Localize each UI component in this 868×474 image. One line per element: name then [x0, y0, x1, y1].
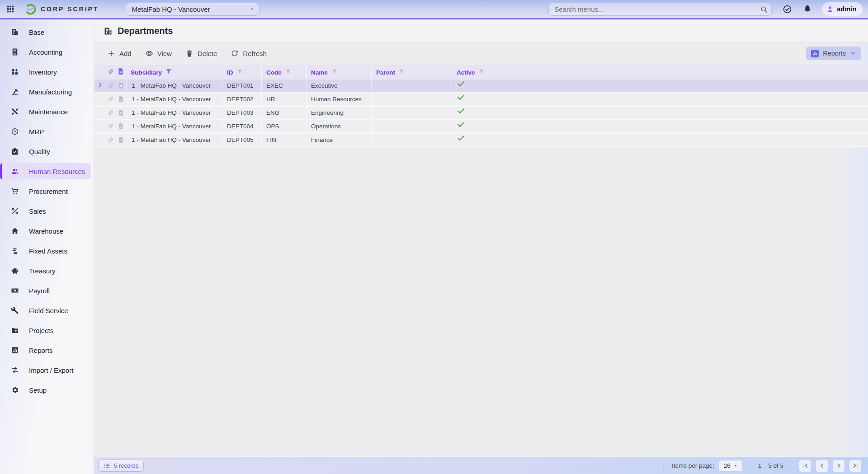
filter-icon[interactable] [165, 68, 172, 76]
bar-chart-icon [11, 346, 19, 354]
user-menu[interactable]: admin [822, 2, 863, 16]
paperclip-icon [107, 123, 113, 130]
cell-parent [371, 80, 452, 92]
sidebar-item-label: Warehouse [29, 227, 63, 235]
column-header-name[interactable]: Name [306, 65, 371, 80]
plus-icon [107, 49, 115, 57]
sidebar-item-fixed-assets[interactable]: Fixed Assets [0, 243, 91, 259]
sidebar-item-label: Accounting [29, 48, 62, 56]
row-attachment-cell[interactable] [105, 120, 115, 132]
sidebar-item-field-service[interactable]: Field Service [0, 302, 91, 319]
sidebar-item-maintenance[interactable]: Maintenance [0, 103, 91, 120]
cell-parent [371, 93, 452, 105]
cell-subsidiary: 1 - MetalFab HQ - Vancouver [126, 80, 222, 92]
paperclip-icon [107, 96, 113, 103]
cell-code: HR [261, 93, 306, 105]
paperclip-icon [107, 110, 113, 116]
pagination-first-button[interactable] [799, 460, 811, 472]
funnel-icon [237, 69, 243, 75]
toolbar-refresh-button[interactable]: Refresh [231, 49, 267, 57]
toolbar-add-button[interactable]: Add [107, 49, 132, 57]
row-document-cell[interactable] [115, 80, 126, 92]
tasks-icon[interactable] [783, 5, 792, 14]
sidebar-item-accounting[interactable]: Accounting [0, 44, 91, 60]
table-row[interactable]: 1 - MetalFab HQ - Vancouver DEPT001 EXEC… [94, 80, 868, 93]
column-header-subsidiary[interactable]: Subsidiary [126, 65, 222, 80]
pagination-last-button[interactable] [849, 460, 862, 472]
row-select-cell [94, 134, 105, 146]
table-row[interactable]: 1 - MetalFab HQ - Vancouver DEPT005 FIN … [94, 134, 868, 147]
sidebar-item-warehouse[interactable]: Warehouse [0, 223, 91, 239]
sidebar-item-setup[interactable]: Setup [0, 382, 91, 398]
sidebar-item-procurement[interactable]: Procurement [0, 183, 91, 199]
header-attachment-cell [105, 65, 115, 80]
cell-active [452, 107, 868, 119]
filter-icon[interactable] [479, 68, 485, 76]
row-select-cell [94, 80, 105, 92]
cell-code: ENG [261, 107, 306, 119]
column-header-active[interactable]: Active [452, 65, 868, 80]
row-document-cell[interactable] [115, 107, 126, 119]
search-input[interactable] [548, 3, 772, 16]
row-attachment-cell[interactable] [105, 134, 115, 146]
sidebar-item-label: Treasury [29, 267, 56, 275]
table-row[interactable]: 1 - MetalFab HQ - Vancouver DEPT004 OPS … [94, 120, 868, 134]
pagination-next-button[interactable] [832, 460, 845, 472]
chevron-right-icon [97, 81, 104, 88]
user-name: admin [837, 5, 856, 13]
clipboard-check-icon [11, 147, 19, 155]
refresh-icon [231, 49, 239, 57]
filter-icon[interactable] [285, 68, 291, 76]
file-icon [118, 82, 124, 89]
file-icon [118, 96, 124, 103]
row-document-cell[interactable] [115, 93, 126, 105]
cell-subsidiary: 1 - MetalFab HQ - Vancouver [126, 134, 222, 146]
paperclip-icon [107, 83, 113, 89]
items-per-page-select[interactable]: 26 [719, 460, 743, 472]
notifications-icon[interactable] [803, 5, 812, 14]
building-icon [11, 28, 19, 36]
filter-icon[interactable] [331, 68, 337, 76]
blocks-icon [11, 68, 19, 76]
row-attachment-cell[interactable] [105, 93, 115, 105]
table-row[interactable]: 1 - MetalFab HQ - Vancouver DEPT003 ENG … [94, 107, 868, 120]
row-document-cell[interactable] [115, 120, 126, 132]
sidebar-item-quality[interactable]: Quality [0, 143, 91, 160]
filter-icon[interactable] [237, 68, 243, 76]
cell-id: DEPT002 [222, 93, 261, 105]
column-header-id[interactable]: ID [222, 65, 261, 80]
sidebar-item-payroll[interactable]: Payroll [0, 282, 91, 299]
toolbar-delete-button[interactable]: Delete [185, 49, 217, 57]
filter-icon[interactable] [399, 68, 405, 76]
active-check-icon [457, 123, 465, 130]
header-document-cell [115, 65, 126, 80]
row-document-cell[interactable] [115, 134, 126, 146]
row-attachment-cell[interactable] [105, 80, 115, 92]
app-grid-icon[interactable] [5, 4, 15, 14]
pagination-prev-button[interactable] [816, 460, 828, 472]
toolbar-view-button[interactable]: View [145, 49, 172, 57]
column-header-code[interactable]: Code [261, 65, 306, 80]
house-icon [11, 227, 19, 235]
sidebar-item-sales[interactable]: Sales [0, 203, 91, 219]
row-attachment-cell[interactable] [105, 107, 115, 119]
records-count-chip[interactable]: 5 records [98, 460, 144, 472]
sidebar-item-treasury[interactable]: Treasury [0, 263, 91, 279]
sidebar-item-human-resources[interactable]: Human Resources [0, 163, 91, 179]
subsidiary-select[interactable]: MetalFab HQ - Vancouver [126, 3, 259, 16]
cell-name: Finance [306, 134, 371, 146]
gear-icon [11, 386, 19, 394]
sidebar-item-projects[interactable]: Projects [0, 322, 91, 338]
column-header-parent[interactable]: Parent [371, 65, 452, 80]
reports-button[interactable]: Reports [806, 47, 861, 60]
sidebar-item-mrp[interactable]: MRP [0, 123, 91, 140]
page-prev-icon [819, 462, 826, 469]
sidebar-item-base[interactable]: Base [0, 24, 91, 40]
sidebar-item-manufacturing[interactable]: Manufacturing [0, 84, 91, 100]
sidebar-item-import-export[interactable]: Import / Export [0, 362, 91, 378]
sidebar-item-inventory[interactable]: Inventory [0, 64, 91, 80]
sidebar-item-label: Setup [29, 386, 47, 394]
coins-icon [11, 247, 19, 255]
table-row[interactable]: 1 - MetalFab HQ - Vancouver DEPT002 HR H… [94, 93, 868, 107]
sidebar-item-reports[interactable]: Reports [0, 342, 91, 358]
